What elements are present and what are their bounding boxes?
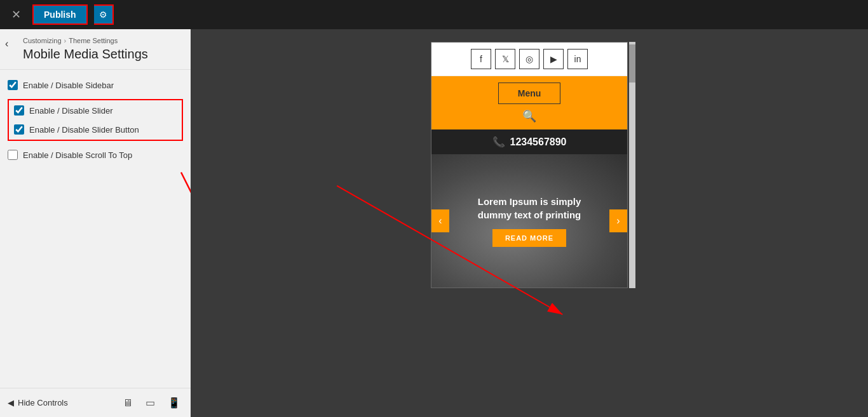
preview-wrapper: f 𝕏 ◎ ▶ in Menu 🔍 📞 1234567890 bbox=[431, 42, 628, 288]
preview-frame: f 𝕏 ◎ ▶ in Menu 🔍 📞 1234567890 bbox=[431, 42, 628, 288]
checkbox-slider-button-label: Enable / Disable Slider Button bbox=[29, 125, 139, 135]
twitter-icon[interactable]: 𝕏 bbox=[495, 49, 515, 69]
back-button[interactable]: ‹ bbox=[5, 38, 8, 50]
orange-header: Menu 🔍 bbox=[431, 76, 627, 129]
hide-controls[interactable]: ◀ Hide Controls bbox=[8, 398, 68, 407]
scrollbar-thumb bbox=[629, 44, 635, 83]
instagram-icon[interactable]: ◎ bbox=[519, 49, 539, 69]
checkbox-sidebar[interactable]: Enable / Disable Sidebar bbox=[8, 80, 183, 90]
mobile-icon-button[interactable]: 📱 bbox=[165, 394, 183, 411]
checkbox-slider-button-input[interactable] bbox=[14, 124, 24, 135]
publish-button[interactable]: Publish bbox=[32, 4, 88, 25]
breadcrumb: Customizing › Theme Settings bbox=[23, 37, 183, 44]
slider-section: ‹ Lorem Ipsum is simply dummy text of pr… bbox=[431, 154, 627, 288]
page-title: Mobile Media Settings bbox=[23, 47, 183, 62]
checkbox-scroll-top-input[interactable] bbox=[8, 150, 18, 160]
sidebar-header: Customizing › Theme Settings Mobile Medi… bbox=[0, 29, 191, 70]
tablet-icon-button[interactable]: ▭ bbox=[143, 394, 158, 411]
bottom-icons: 🖥 ▭ 📱 bbox=[120, 394, 183, 411]
hide-controls-label: Hide Controls bbox=[18, 398, 68, 407]
checkbox-sidebar-label: Enable / Disable Sidebar bbox=[23, 81, 114, 90]
slider-text: Lorem Ipsum is simply dummy text of prin… bbox=[463, 195, 595, 222]
sidebar: ‹ Customizing › Theme Settings Mobile Me… bbox=[0, 29, 191, 417]
gear-button[interactable]: ⚙ bbox=[94, 4, 114, 25]
top-bar: ✕ Publish ⚙ bbox=[0, 0, 868, 29]
desktop-icon-button[interactable]: 🖥 bbox=[120, 394, 135, 411]
scrollbar-track[interactable] bbox=[629, 42, 635, 288]
hide-icon: ◀ bbox=[8, 398, 14, 407]
breadcrumb-part2: Theme Settings bbox=[69, 37, 118, 44]
social-bar: f 𝕏 ◎ ▶ in bbox=[431, 43, 627, 76]
linkedin-icon[interactable]: in bbox=[567, 49, 588, 69]
menu-button[interactable]: Menu bbox=[498, 83, 561, 104]
bottom-bar: ◀ Hide Controls 🖥 ▭ 📱 bbox=[0, 388, 191, 417]
slider-content: Lorem Ipsum is simply dummy text of prin… bbox=[431, 195, 627, 247]
search-icon: 🔍 bbox=[522, 109, 536, 123]
breadcrumb-part1: Customizing bbox=[23, 37, 62, 44]
preview-area: f 𝕏 ◎ ▶ in Menu 🔍 📞 1234567890 bbox=[191, 29, 868, 417]
slider-arrow-right[interactable]: › bbox=[609, 209, 627, 232]
checkbox-slider-input[interactable] bbox=[14, 105, 24, 116]
checkbox-slider-button[interactable]: Enable / Disable Slider Button bbox=[14, 124, 177, 135]
facebook-icon[interactable]: f bbox=[471, 49, 491, 69]
checkbox-sidebar-input[interactable] bbox=[8, 80, 18, 90]
read-more-button[interactable]: READ MORE bbox=[492, 229, 566, 247]
checkbox-scroll-top[interactable]: Enable / Disable Scroll To Top bbox=[8, 150, 183, 160]
phone-bar: 📞 1234567890 bbox=[431, 129, 627, 154]
checkbox-scroll-top-label: Enable / Disable Scroll To Top bbox=[23, 150, 132, 160]
main-layout: ‹ Customizing › Theme Settings Mobile Me… bbox=[0, 29, 868, 417]
checkbox-slider[interactable]: Enable / Disable Slider bbox=[14, 105, 177, 116]
breadcrumb-separator: › bbox=[64, 37, 67, 44]
youtube-icon[interactable]: ▶ bbox=[543, 49, 564, 69]
slider-group: Enable / Disable Slider Enable / Disable… bbox=[8, 99, 183, 141]
close-button[interactable]: ✕ bbox=[6, 5, 26, 24]
sidebar-content: Enable / Disable Sidebar Enable / Disabl… bbox=[0, 70, 191, 388]
phone-icon: 📞 bbox=[492, 136, 505, 148]
slider-arrow-left[interactable]: ‹ bbox=[431, 209, 449, 232]
checkbox-slider-label: Enable / Disable Slider bbox=[29, 106, 113, 116]
checkbox-group: Enable / Disable Sidebar Enable / Disabl… bbox=[8, 80, 183, 160]
phone-number: 1234567890 bbox=[510, 136, 567, 148]
